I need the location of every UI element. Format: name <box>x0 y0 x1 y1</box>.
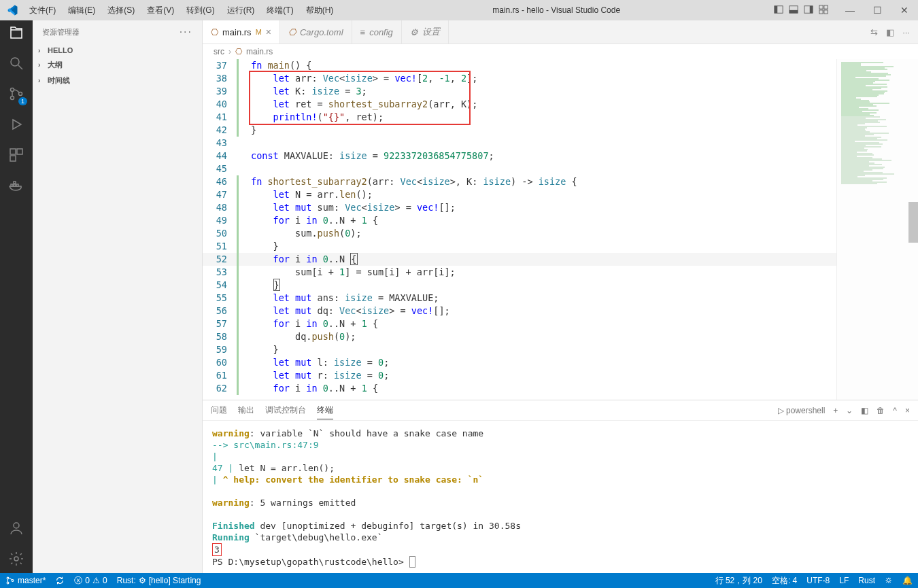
svg-rect-9 <box>824 10 828 13</box>
branch-item[interactable]: master* <box>5 576 46 585</box>
split-terminal-icon[interactable]: ◧ <box>861 406 868 415</box>
code-line[interactable]: 56 let mut dq: Vec<isize> = vec![]; <box>203 305 836 317</box>
language[interactable]: Rust <box>858 576 875 585</box>
menu-file[interactable]: 文件(F) <box>24 2 61 19</box>
code-line[interactable]: 45 <box>203 162 836 175</box>
code-line[interactable]: 53 sum[i + 1] = sum[i] + arr[i]; <box>203 266 836 279</box>
extensions-icon[interactable] <box>8 147 24 165</box>
minimize-button[interactable]: — <box>836 5 864 16</box>
code-line[interactable]: 46fn shortest_subarray2(arr: Vec<isize>,… <box>203 175 836 188</box>
section-timeline[interactable]: ›时间线 <box>33 73 202 88</box>
explorer-icon[interactable] <box>8 24 24 43</box>
section-outline[interactable]: ›大纲 <box>33 57 202 73</box>
code-line[interactable]: 58 dq.push(0); <box>203 330 836 343</box>
svg-point-13 <box>11 97 14 100</box>
cursor-pos[interactable]: 行 52，列 20 <box>715 575 762 587</box>
tab-cargo-toml[interactable]: ⎔Cargo.toml <box>280 20 352 44</box>
trash-icon[interactable]: 🗑 <box>877 406 885 415</box>
search-icon[interactable] <box>8 55 24 73</box>
tab-main-rs[interactable]: ⎔ main.rs M × <box>203 20 280 44</box>
code-editor[interactable]: 37fn main() {38 let arr: Vec<isize> = ve… <box>203 59 836 400</box>
layout-grid-icon[interactable] <box>819 5 828 16</box>
chevron-down-icon[interactable]: ⌄ <box>846 406 853 415</box>
breadcrumb[interactable]: src› ⎔main.rs <box>203 44 918 59</box>
new-terminal-icon[interactable]: + <box>833 406 838 415</box>
gear-icon: ⚙ <box>410 27 418 37</box>
bell-icon[interactable]: 🔔 <box>902 576 913 585</box>
eol[interactable]: LF <box>839 576 849 585</box>
menu-edit[interactable]: 编辑(E) <box>63 2 101 19</box>
menu-goto[interactable]: 转到(G) <box>181 2 220 19</box>
tab-config[interactable]: ≡config <box>352 20 402 44</box>
rust-status[interactable]: Rust: ⚙ [hello] Starting <box>117 576 201 585</box>
terminal[interactable]: warning: variable `N` should have a snak… <box>203 421 918 573</box>
code-line[interactable]: 62 for i in 0..N + 1 { <box>203 382 836 395</box>
code-line[interactable]: 44const MAXVALUE: isize = 92233720368547… <box>203 150 836 162</box>
explorer-panel: 资源管理器 ··· ›HELLO ›大纲 ›时间线 <box>33 20 203 573</box>
minimap[interactable] <box>836 59 918 400</box>
close-icon[interactable]: × <box>266 27 271 37</box>
activity-bar: 1 <box>0 20 33 573</box>
close-button[interactable]: ✕ <box>891 5 918 16</box>
menu-view[interactable]: 查看(V) <box>141 2 180 19</box>
menu-run[interactable]: 运行(R) <box>222 2 260 19</box>
highlight-box <box>249 71 471 125</box>
svg-rect-18 <box>10 156 16 161</box>
spaces[interactable]: 空格: 4 <box>772 575 797 587</box>
code-line[interactable]: 55 let mut ans: isize = MAXVALUE; <box>203 292 836 305</box>
encoding[interactable]: UTF-8 <box>806 576 830 585</box>
menu-help[interactable]: 帮助(H) <box>301 2 339 19</box>
more-icon[interactable]: ··· <box>902 27 910 37</box>
terminal-panel: 问题 输出 调试控制台 终端 ▷ powershell + ⌄ ◧ 🗑 ^ × … <box>203 400 918 573</box>
layout-left-icon[interactable] <box>774 5 783 16</box>
debug-icon[interactable] <box>8 116 24 135</box>
scm-icon[interactable]: 1 <box>8 86 24 104</box>
layout-right-icon[interactable] <box>804 5 813 16</box>
editor-area: ⎔ main.rs M × ⎔Cargo.toml ≡config ⚙设置 ⇆ … <box>203 20 918 573</box>
code-line[interactable]: 60 let mut l: isize = 0; <box>203 356 836 369</box>
code-line[interactable]: 42} <box>203 124 836 137</box>
svg-point-25 <box>7 577 9 579</box>
code-line[interactable]: 57 for i in 0..N + 1 { <box>203 317 836 330</box>
code-line[interactable]: 54 } <box>203 279 836 292</box>
code-line[interactable]: 51 } <box>203 240 836 253</box>
code-line[interactable]: 49 for i in 0..N + 1 { <box>203 214 836 227</box>
feedback-icon[interactable]: ⛭ <box>885 576 893 585</box>
code-line[interactable]: 50 sum.push(0); <box>203 227 836 240</box>
code-line[interactable]: 48 let mut sum: Vec<isize> = vec![]; <box>203 201 836 214</box>
docker-icon[interactable] <box>8 177 24 196</box>
sync-item[interactable] <box>55 576 65 585</box>
svg-rect-7 <box>824 5 828 8</box>
layout-bottom-icon[interactable] <box>789 5 798 16</box>
svg-rect-6 <box>819 5 823 8</box>
split-icon[interactable]: ◧ <box>886 27 894 37</box>
code-line[interactable]: 61 let mut r: isize = 0; <box>203 369 836 382</box>
svg-rect-5 <box>810 5 813 13</box>
menu-select[interactable]: 选择(S) <box>102 2 140 19</box>
account-icon[interactable] <box>8 520 24 538</box>
svg-rect-1 <box>775 5 777 13</box>
tab-settings[interactable]: ⚙设置 <box>402 20 449 44</box>
menu-terminal[interactable]: 终端(T) <box>261 2 299 19</box>
svg-point-14 <box>19 92 22 96</box>
more-icon[interactable]: ··· <box>180 26 192 38</box>
chevron-up-icon[interactable]: ^ <box>893 406 897 415</box>
code-line[interactable]: 59 } <box>203 343 836 356</box>
code-line[interactable]: 52 for i in 0..N { <box>203 253 836 266</box>
settings-icon[interactable] <box>8 551 24 569</box>
vscode-icon <box>0 4 24 16</box>
panel-terminal[interactable]: 终端 <box>317 402 333 419</box>
explorer-title: 资源管理器 <box>42 27 80 37</box>
panel-problems[interactable]: 问题 <box>211 402 227 419</box>
compare-icon[interactable]: ⇆ <box>870 27 878 37</box>
shell-select[interactable]: ▷ powershell <box>778 406 826 415</box>
section-hello[interactable]: ›HELLO <box>33 44 202 57</box>
code-line[interactable]: 47 let N = arr.len(); <box>203 188 836 201</box>
close-panel-icon[interactable]: × <box>905 406 910 415</box>
maximize-button[interactable]: ☐ <box>864 5 891 16</box>
panel-output[interactable]: 输出 <box>238 402 254 419</box>
code-line[interactable]: 43 <box>203 137 836 150</box>
panel-debug[interactable]: 调试控制台 <box>265 402 306 419</box>
svg-rect-8 <box>819 10 823 13</box>
problems-item[interactable]: ⓧ 0 ⚠ 0 <box>74 575 107 587</box>
